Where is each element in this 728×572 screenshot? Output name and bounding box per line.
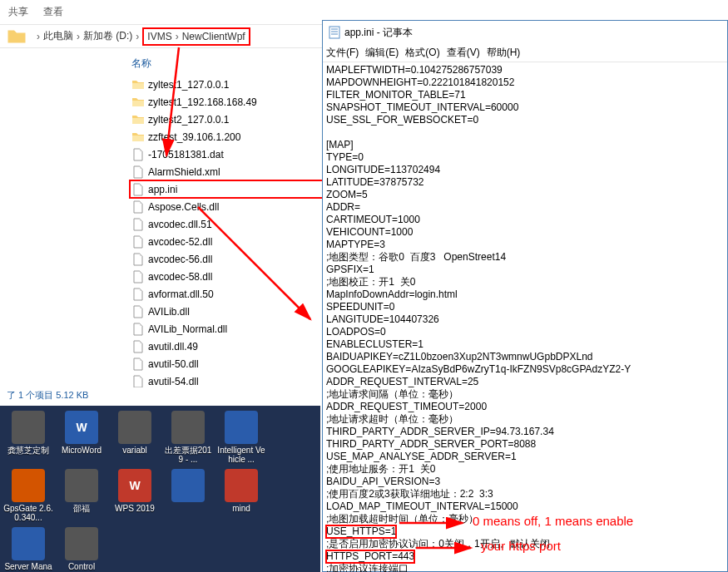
file-icon <box>131 235 145 249</box>
file-name: -1705181381.dat <box>148 149 224 160</box>
notepad-line: ;使用百度2或3获取详细地址：2:2 3:3 <box>326 488 724 500</box>
svg-rect-0 <box>329 27 339 38</box>
breadcrumb-newclientwpf[interactable]: NewClientWpf <box>182 31 245 42</box>
folder-icon <box>131 96 145 109</box>
desktop-shortcut[interactable]: Intelligent Vehicle ... <box>215 411 267 466</box>
notepad-line: SNAPSHOT_TIMEOUT_INTERVAL=60000 <box>326 101 724 114</box>
desktop-label: Intelligent Vehicle ... <box>215 446 267 464</box>
desktop-shortcut[interactable]: mind <box>215 469 267 524</box>
file-name: app.ini <box>148 184 177 195</box>
desktop-shortcut[interactable]: 龚慧芝定制 <box>2 411 54 466</box>
file-name: avcodec-56.dll <box>148 254 212 265</box>
toolbar-view[interactable]: 查看 <box>43 5 63 19</box>
desktop-icon: W <box>65 411 98 444</box>
notepad-titlebar[interactable]: app.ini - 记事本 <box>323 21 727 44</box>
file-icon <box>131 323 145 336</box>
notepad-icon <box>328 26 341 39</box>
notepad-content[interactable]: MAPLEFTWIDTH=0.104275286757039MAPDOWNHEI… <box>323 62 727 572</box>
menu-help[interactable]: 帮助(H) <box>487 46 521 60</box>
desktop-shortcut[interactable]: 出差票据2019 - ... <box>162 411 214 466</box>
notepad-line: SPEEDUNIT=0 <box>326 301 724 313</box>
file-name: AVILib.dll <box>148 306 190 318</box>
notepad-line: LANGITUDE=104407326 <box>326 313 724 326</box>
file-icon <box>131 218 145 231</box>
annotation-https-enable: 0 means off, 1 means enable <box>473 514 633 528</box>
highlighted-setting-use-https: USE_HTTPS=1 <box>326 525 396 538</box>
file-icon <box>131 270 145 284</box>
file-name: avutil-50.dll <box>148 358 199 370</box>
notepad-line: ;加密协议连接端口 <box>326 563 724 572</box>
desktop-shortcut[interactable]: WMicroWord <box>56 411 107 466</box>
desktop-label: GpsGate 2.6.0.340... <box>2 504 54 522</box>
file-icon <box>131 200 145 214</box>
notepad-line: LONGITUDE=113702494 <box>326 164 724 176</box>
notepad-line: MAPLEFTWIDTH=0.104275286757039 <box>326 64 724 76</box>
notepad-line: ;地图类型：谷歌0 百度3 OpenStreet14 <box>326 251 724 264</box>
chevron-right-icon: › <box>37 31 40 42</box>
chevron-right-icon: › <box>77 31 80 42</box>
desktop-shortcut[interactable]: GpsGate 2.6.0.340... <box>2 469 54 524</box>
file-name: zyltest2_127.0.0.1 <box>148 114 229 126</box>
desktop-shortcut[interactable]: variabl <box>109 411 161 466</box>
notepad-line: ;地图校正：开1 关0 <box>326 276 724 288</box>
toolbar-share[interactable]: 共享 <box>8 5 28 19</box>
file-icon <box>131 288 145 301</box>
file-name: avcodec.dll.51 <box>148 219 212 230</box>
desktop-label: MicroWord <box>62 446 102 455</box>
highlighted-setting-https-port: HTTPS_PORT=443 <box>326 550 414 563</box>
file-name: AlarmShield.xml <box>148 166 220 178</box>
breadcrumb-ivms[interactable]: IVMS <box>147 31 171 42</box>
breadcrumb-drive[interactable]: 新加卷 (D:) <box>83 29 132 43</box>
notepad-line: FILTER_MONITOR_TABLE=71 <box>326 89 724 101</box>
notepad-line: MAPDOWNHEIGHT=0.222101841820152 <box>326 76 724 89</box>
notepad-line: BAIDUAPIKEY=cZ1L0bzoen3Xup2NT3wmnwUGpbDP… <box>326 351 724 363</box>
desktop-shortcut[interactable]: WWPS 2019 <box>109 469 161 524</box>
explorer-tree-pane <box>0 48 125 406</box>
breadcrumb-highlighted: IVMS › NewClientWpf <box>142 27 250 46</box>
menu-view[interactable]: 查看(V) <box>447 46 480 60</box>
file-icon <box>131 148 145 161</box>
breadcrumb-computer[interactable]: 此电脑 <box>43 29 73 43</box>
folder-icon <box>131 113 145 126</box>
file-name: zyltest1_192.168.168.49 <box>148 96 257 108</box>
desktop-icon <box>65 527 98 560</box>
notepad-menubar: 文件(F) 编辑(E) 格式(O) 查看(V) 帮助(H) <box>323 44 727 62</box>
desktop-label: mind <box>232 504 250 513</box>
folder-icon <box>131 78 145 91</box>
notepad-line: GPSFIX=1 <box>326 264 724 276</box>
desktop-icon: W <box>118 469 151 502</box>
notepad-line <box>326 126 724 139</box>
notepad-line: TYPE=0 <box>326 151 724 164</box>
notepad-line: BAIDU_API_VERSION=3 <box>326 476 724 488</box>
desktop-shortcut[interactable]: Server Manag... <box>2 527 54 572</box>
file-name: avutil.dll.49 <box>148 341 198 353</box>
desktop-label: Control <box>68 562 95 571</box>
folder-icon <box>131 131 145 144</box>
desktop-shortcut[interactable]: Control <box>56 527 107 572</box>
menu-format[interactable]: 格式(O) <box>405 46 439 60</box>
notepad-line: THIRD_PARTY_ADDR_SERVER_IP=94.73.167.34 <box>326 426 724 438</box>
file-icon <box>131 253 145 266</box>
notepad-line: ;使用地址服务：开1 关0 <box>326 463 724 476</box>
desktop-icon <box>12 411 45 444</box>
menu-edit[interactable]: 编辑(E) <box>365 46 399 60</box>
file-icon <box>131 358 145 371</box>
annotation-https-port: your https port <box>481 539 561 553</box>
chevron-right-icon: › <box>176 31 179 42</box>
notepad-line: CARTIMEOUT=1000 <box>326 214 724 226</box>
desktop-shortcut[interactable]: 邵福 <box>56 469 107 524</box>
menu-file[interactable]: 文件(F) <box>326 46 359 60</box>
desktop-icon <box>118 411 151 444</box>
desktop-area: 龚慧芝定制WMicroWordvariabl出差票据2019 - ...Inte… <box>0 406 320 572</box>
desktop-shortcut[interactable] <box>162 469 214 524</box>
desktop-label: WPS 2019 <box>115 504 155 513</box>
desktop-icon <box>65 469 98 502</box>
notepad-line: [MAP] <box>326 139 724 151</box>
folder-icon[interactable] <box>7 28 27 45</box>
notepad-line: ;地址请求超时（单位：毫秒） <box>326 413 724 426</box>
notepad-line: ADDR= <box>326 201 724 214</box>
notepad-line: ADDR_REQUEST_INTERVAL=25 <box>326 376 724 388</box>
notepad-line: LOAD_MAP_TIMEOUT_INTERVAL=15000 <box>326 500 724 513</box>
file-name: AVILib_Normal.dll <box>148 323 227 335</box>
file-name: Aspose.Cells.dll <box>148 201 219 213</box>
